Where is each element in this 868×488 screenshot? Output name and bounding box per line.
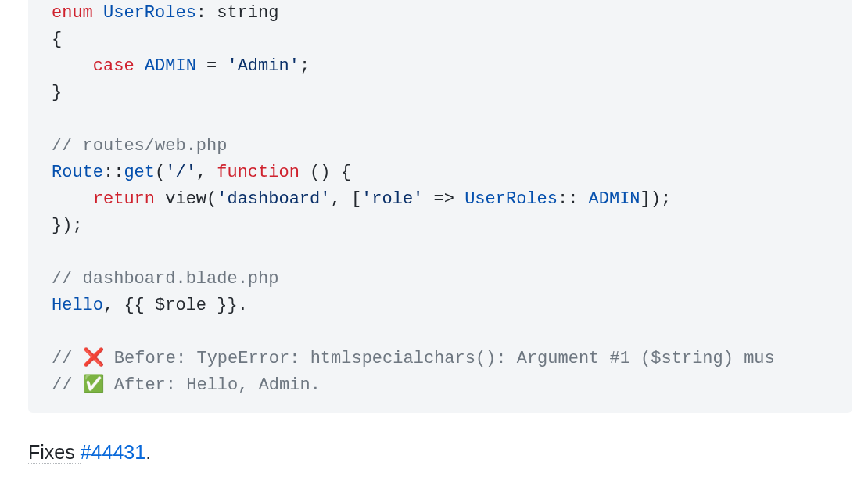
- code-token: , {{: [103, 296, 155, 315]
- code-token: [155, 189, 165, 209]
- code-comment: //: [52, 349, 83, 368]
- code-token: ,: [196, 163, 217, 182]
- code-token: {: [52, 30, 62, 49]
- code-token: (: [206, 189, 217, 209]
- code-token: (: [155, 163, 165, 182]
- code-token: =: [196, 56, 228, 76]
- code-comment: //: [52, 375, 83, 395]
- code-token: ::: [103, 163, 124, 182]
- code-token: ADMIN: [589, 189, 640, 209]
- code-token: function: [217, 163, 299, 182]
- code-token: string: [217, 3, 278, 23]
- code-token: }: [52, 83, 62, 102]
- code-token: case: [93, 56, 135, 76]
- code-block: enum UserRoles: string { case ADMIN = 'A…: [28, 0, 852, 413]
- code-token: () {: [299, 163, 351, 182]
- code-token: UserRoles: [464, 189, 558, 209]
- code-token: ::: [558, 189, 589, 209]
- code-token: [135, 56, 145, 76]
- code-token: ;: [299, 56, 310, 76]
- code-comment: // dashboard.blade.php: [52, 269, 278, 289]
- code-token: UserRoles: [103, 3, 196, 23]
- code-content: enum UserRoles: string { case ADMIN = 'A…: [28, 0, 852, 399]
- code-token: view: [165, 189, 206, 209]
- code-token: =>: [423, 189, 464, 209]
- code-token: :: [196, 3, 217, 23]
- code-token: }}.: [206, 296, 248, 315]
- code-token: '/': [165, 163, 196, 182]
- code-token: get: [124, 163, 155, 182]
- code-token: return: [93, 189, 155, 209]
- code-token: 'Admin': [227, 56, 299, 76]
- code-token: ADMIN: [145, 56, 196, 76]
- code-token: 'dashboard': [217, 189, 330, 209]
- code-token: });: [52, 216, 83, 235]
- code-token: 'role': [361, 189, 423, 209]
- code-token: Route: [52, 163, 103, 182]
- fixes-line: Fixes #44431.: [28, 441, 868, 464]
- code-token: [93, 3, 103, 23]
- code-comment: Before: TypeError: htmlspecialchars(): A…: [104, 349, 775, 368]
- fixes-period: .: [145, 441, 151, 463]
- code-token: enum: [52, 3, 93, 23]
- code-comment: // routes/web.php: [52, 136, 227, 156]
- code-token: [52, 56, 93, 76]
- code-token: Hello: [52, 296, 103, 315]
- fixes-text: Fixes: [28, 441, 81, 464]
- code-comment: After: Hello, Admin.: [104, 375, 321, 395]
- cross-mark-icon: ❌: [83, 349, 104, 368]
- code-token: ]);: [640, 189, 672, 209]
- code-token: $role: [155, 296, 206, 315]
- code-token: , [: [330, 189, 361, 209]
- check-mark-icon: ✅: [83, 375, 104, 395]
- issue-link[interactable]: #44431: [81, 441, 145, 463]
- code-token: [52, 189, 93, 209]
